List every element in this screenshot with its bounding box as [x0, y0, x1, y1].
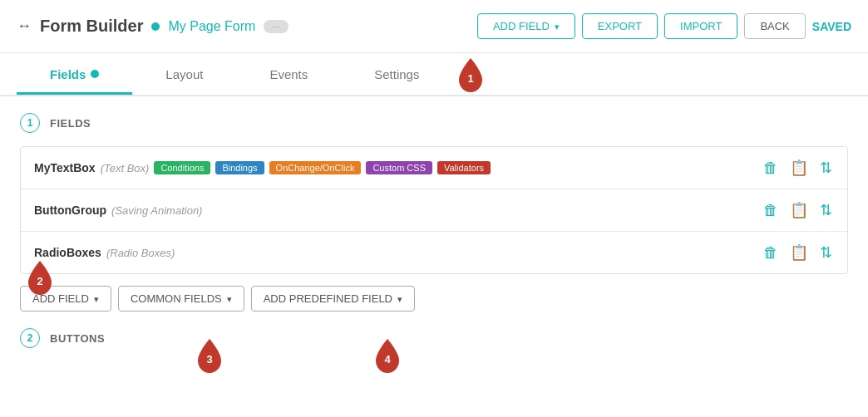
add-predefined-field-button[interactable]: ADD PREDEFINED FIELD: [251, 286, 415, 312]
tab-layout-label: Layout: [165, 67, 203, 81]
fields-section-header: 1 FIELDS: [20, 113, 848, 133]
move-icon[interactable]: ⇅: [818, 242, 834, 263]
tab-events[interactable]: Events: [236, 56, 341, 93]
add-predefined-chevron-icon: [397, 292, 402, 305]
common-fields-chevron-icon: [227, 292, 232, 305]
tab-fields[interactable]: Fields: [17, 56, 132, 93]
delete-icon[interactable]: 🗑: [762, 158, 780, 179]
delete-icon[interactable]: 🗑: [762, 243, 780, 263]
table-row: ButtonGroup (Saving Animation) 🗑 📋 ⇅: [21, 189, 847, 232]
header: ↔ Form Builder My Page Form ··· ADD FIEL…: [0, 0, 868, 53]
import-button[interactable]: IMPORT: [664, 13, 737, 39]
field-actions-mytextbox: 🗑 📋 ⇅: [762, 157, 834, 179]
tab-fields-label: Fields: [50, 67, 86, 81]
add-field-chevron-icon: [555, 20, 560, 32]
fields-section-title: FIELDS: [50, 117, 91, 130]
app-title: Form Builder: [40, 17, 143, 36]
copy-icon[interactable]: 📋: [788, 199, 810, 221]
buttons-section-header: 2 BUTTONS: [20, 328, 848, 348]
annotation-4: 4: [372, 337, 402, 374]
status-dot-icon: [151, 22, 160, 31]
field-name-buttongroup: ButtonGroup: [34, 204, 106, 217]
tag-customcss[interactable]: Custom CSS: [366, 161, 432, 174]
delete-icon[interactable]: 🗑: [762, 200, 780, 221]
fields-section-number: 1: [20, 113, 40, 133]
tag-conditions[interactable]: Conditions: [154, 161, 210, 174]
annotation-2-number: 2: [37, 275, 42, 287]
move-icon[interactable]: ⇅: [818, 199, 834, 221]
status-pill: ···: [264, 20, 288, 33]
tag-bindings[interactable]: Bindings: [215, 161, 264, 174]
fields-list: MyTextBox (Text Box) Conditions Bindings…: [20, 146, 848, 274]
buttons-section-number: 2: [20, 328, 40, 348]
add-predefined-label: ADD PREDEFINED FIELD: [264, 292, 392, 305]
tab-events-label: Events: [269, 67, 308, 81]
add-field-label: ADD FIELD: [493, 20, 550, 32]
main-content: 1 FIELDS MyTextBox (Text Box) Conditions…: [0, 96, 868, 378]
table-row: RadioBoxes (Radio Boxes) 🗑 📋 ⇅: [21, 232, 847, 273]
add-field-action-chevron-icon: [94, 292, 99, 305]
buttons-section-title: BUTTONS: [50, 332, 105, 345]
copy-icon[interactable]: 📋: [788, 157, 810, 179]
field-row-content: RadioBoxes (Radio Boxes): [34, 246, 762, 259]
field-actions-buttongroup: 🗑 📋 ⇅: [762, 199, 834, 221]
annotation-4-number: 4: [384, 353, 390, 365]
add-field-button[interactable]: ADD FIELD: [477, 13, 575, 39]
field-type-mytextbox: (Text Box): [101, 162, 150, 174]
tab-settings-label: Settings: [374, 67, 419, 81]
fields-dot-icon: [91, 70, 99, 78]
annotation-2: 2: [25, 259, 55, 296]
move-icon[interactable]: ⇅: [818, 157, 834, 179]
form-name[interactable]: My Page Form: [168, 19, 255, 34]
tag-onchange[interactable]: OnChange/OnClick: [269, 161, 362, 174]
field-name-mytextbox: MyTextBox: [34, 161, 96, 174]
common-fields-label: COMMON FIELDS: [131, 292, 222, 305]
annotation-3: 3: [195, 337, 224, 374]
common-fields-button[interactable]: COMMON FIELDS: [118, 286, 244, 312]
copy-icon[interactable]: 📋: [788, 242, 810, 263]
field-name-radioboxes: RadioBoxes: [34, 246, 101, 259]
tag-validators[interactable]: Validators: [437, 161, 491, 174]
annotation-1-number: 1: [467, 72, 473, 85]
field-type-buttongroup: (Saving Animation): [111, 204, 202, 217]
field-row-content: MyTextBox (Text Box) Conditions Bindings…: [34, 161, 762, 174]
header-left: ↔ Form Builder My Page Form ···: [17, 17, 467, 36]
annotation-1: 1: [456, 56, 486, 93]
field-actions-radioboxes: 🗑 📋 ⇅: [762, 242, 834, 263]
header-buttons: ADD FIELD EXPORT IMPORT BACK SAVED: [477, 13, 851, 39]
export-button[interactable]: EXPORT: [582, 13, 658, 39]
tab-layout[interactable]: Layout: [132, 56, 236, 93]
back-button[interactable]: BACK: [744, 13, 805, 39]
back-arrow-icon: ↔: [17, 17, 32, 35]
saved-status: SAVED: [812, 20, 851, 33]
table-row: MyTextBox (Text Box) Conditions Bindings…: [21, 147, 847, 189]
action-buttons-bar: ADD FIELD COMMON FIELDS ADD PREDEFINED F…: [20, 286, 848, 312]
annotation-3-number: 3: [206, 353, 212, 365]
tab-settings[interactable]: Settings: [341, 56, 452, 93]
tabs-bar: Fields Layout Events Settings: [0, 53, 868, 96]
field-row-content: ButtonGroup (Saving Animation): [34, 204, 762, 217]
field-type-radioboxes: (Radio Boxes): [106, 247, 175, 259]
